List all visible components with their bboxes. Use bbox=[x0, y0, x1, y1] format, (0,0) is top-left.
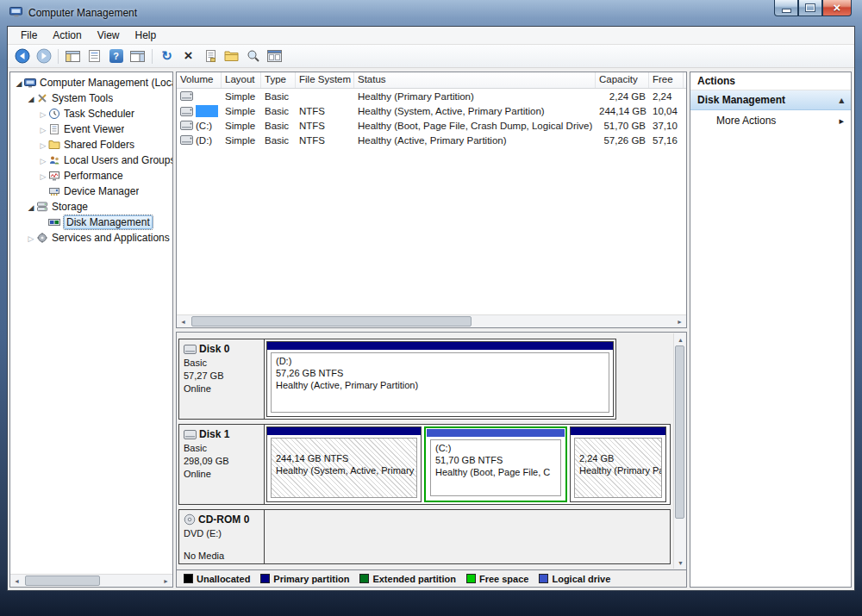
tree-item-event-viewer[interactable]: Event Viewer bbox=[10, 121, 172, 137]
scrollbar-track[interactable] bbox=[23, 575, 159, 587]
tree-item-task-scheduler[interactable]: Task Scheduler bbox=[10, 106, 172, 121]
scroll-up-button[interactable] bbox=[674, 333, 687, 345]
volume-row[interactable]: (D:) Simple Basic NTFS Healthy (Active, … bbox=[177, 133, 686, 147]
menu-action[interactable]: Action bbox=[45, 28, 89, 43]
volume-row[interactable]: (C:) Simple Basic NTFS Healthy (Boot, Pa… bbox=[177, 118, 686, 133]
menu-view[interactable]: View bbox=[90, 28, 128, 43]
disk-status: No Media bbox=[184, 550, 259, 563]
close-button[interactable] bbox=[822, 0, 852, 16]
find-button[interactable] bbox=[243, 47, 263, 65]
volume-type: Basic bbox=[261, 106, 296, 116]
column-header-file-system[interactable]: File System bbox=[296, 72, 354, 88]
menu-help[interactable]: Help bbox=[128, 28, 165, 43]
open-folder-button[interactable] bbox=[222, 47, 241, 65]
properties-button[interactable] bbox=[200, 47, 220, 65]
tree-horizontal-scrollbar[interactable] bbox=[10, 574, 172, 587]
scrollbar-thumb[interactable] bbox=[25, 576, 100, 586]
disk-status: Online bbox=[184, 468, 259, 481]
graph-vertical-scrollbar[interactable] bbox=[673, 333, 685, 569]
volume-type: Basic bbox=[261, 121, 296, 131]
volume-file-system: NTFS bbox=[296, 106, 354, 116]
delete-button[interactable] bbox=[178, 47, 198, 65]
disk-name: Disk 1 bbox=[199, 428, 229, 440]
tree-item-storage[interactable]: Storage bbox=[10, 199, 172, 215]
scrollbar-thumb[interactable] bbox=[675, 345, 684, 519]
cdrom0-info-box[interactable]: CD-ROM 0 DVD (E:) No Media bbox=[179, 510, 265, 563]
partition-size: 57,26 GB NTFS bbox=[276, 367, 604, 379]
legend-unallocated: Unallocated bbox=[184, 574, 250, 584]
column-header-capacity[interactable]: Capacity bbox=[596, 72, 649, 88]
partition-title bbox=[579, 440, 657, 452]
column-header-type[interactable]: Type bbox=[261, 72, 296, 88]
partition-d[interactable]: (D:) 57,26 GB NTFS Healthy (Active, Prim… bbox=[266, 341, 614, 417]
column-header-volume[interactable]: Volume bbox=[177, 72, 222, 88]
tree-item-label: Shared Folders bbox=[64, 139, 134, 151]
tree-item-disk-management[interactable]: Disk Management bbox=[10, 215, 172, 230]
scrollbar-track[interactable] bbox=[190, 315, 673, 327]
volume-horizontal-scrollbar[interactable] bbox=[177, 314, 686, 327]
column-header-status[interactable]: Status bbox=[354, 72, 596, 88]
partition-recovery[interactable]: 2,24 GB Healthy (Primary Pa bbox=[570, 426, 666, 502]
column-header-free[interactable]: Free bbox=[649, 72, 684, 88]
refresh-button[interactable] bbox=[157, 47, 177, 65]
minimize-button[interactable] bbox=[774, 0, 798, 16]
scroll-right-button[interactable] bbox=[159, 575, 172, 587]
column-header-layout[interactable]: Layout bbox=[222, 72, 261, 88]
show-action-pane-button[interactable] bbox=[128, 47, 147, 65]
console-settings-button[interactable] bbox=[265, 47, 284, 65]
expander-icon[interactable] bbox=[38, 123, 48, 135]
back-button[interactable] bbox=[12, 47, 32, 65]
scrollbar-track[interactable] bbox=[674, 345, 685, 557]
system-tools-icon bbox=[36, 92, 48, 104]
tree-item-shared-folders[interactable]: Shared Folders bbox=[10, 137, 172, 152]
scrollbar-thumb[interactable] bbox=[191, 316, 472, 327]
forward-button[interactable] bbox=[34, 47, 53, 65]
tree-item-performance[interactable]: Performance bbox=[10, 168, 172, 184]
scroll-left-button[interactable] bbox=[10, 575, 23, 587]
tree-item-services-and-applications[interactable]: Services and Applications bbox=[10, 230, 172, 246]
partition-status: Healthy (System, Active, Primary bbox=[276, 464, 412, 476]
action-more-actions[interactable]: More Actions bbox=[690, 110, 851, 130]
volume-row-selected[interactable]: Simple Basic NTFS Healthy (System, Activ… bbox=[177, 103, 686, 118]
primary-partition-strip bbox=[267, 427, 421, 435]
disk0-info-box[interactable]: Disk 0 Basic 57,27 GB Online bbox=[179, 339, 265, 419]
maximize-button[interactable] bbox=[798, 0, 822, 16]
scroll-right-button[interactable] bbox=[673, 315, 686, 327]
primary-partition-strip bbox=[267, 342, 613, 350]
expander-icon[interactable] bbox=[38, 154, 48, 166]
performance-icon bbox=[48, 170, 60, 182]
tree-item-system-tools[interactable]: System Tools bbox=[10, 90, 172, 106]
collapse-chevron-icon[interactable] bbox=[839, 94, 844, 106]
show-console-tree-button[interactable] bbox=[63, 47, 83, 65]
console-settings-icon bbox=[267, 50, 282, 62]
volume-status: Healthy (Primary Partition) bbox=[354, 91, 596, 102]
disk-status: Online bbox=[184, 383, 259, 395]
menu-file[interactable]: File bbox=[13, 28, 45, 43]
help-button[interactable] bbox=[106, 47, 126, 65]
tree-item-computer-management[interactable]: Computer Management (Local bbox=[10, 75, 172, 90]
disk-icon bbox=[184, 345, 197, 354]
actions-pane: Actions Disk Management More Actions bbox=[690, 72, 852, 588]
expander-icon[interactable] bbox=[38, 170, 48, 182]
volume-row[interactable]: Simple Basic Healthy (Primary Partition)… bbox=[177, 89, 686, 103]
console-tree: Computer Management (Local System Tools … bbox=[10, 72, 172, 574]
expander-icon[interactable] bbox=[38, 108, 48, 120]
expander-icon[interactable] bbox=[26, 92, 36, 104]
partition-c[interactable]: (C:) 51,70 GB NTFS Healthy (Boot, Page F… bbox=[424, 426, 567, 502]
disk1-info-box[interactable]: Disk 1 Basic 298,09 GB Online bbox=[179, 425, 265, 504]
scroll-left-button[interactable] bbox=[177, 315, 190, 327]
tree-item-local-users-and-groups[interactable]: Local Users and Groups bbox=[10, 152, 172, 168]
expander-icon[interactable] bbox=[26, 232, 36, 244]
expander-icon[interactable] bbox=[14, 77, 24, 89]
partition-system[interactable]: 244,14 GB NTFS Healthy (System, Active, … bbox=[266, 426, 422, 502]
disk1-partition-area: 244,14 GB NTFS Healthy (System, Active, … bbox=[265, 425, 670, 504]
expander-icon[interactable] bbox=[38, 139, 48, 151]
action-disk-management[interactable]: Disk Management bbox=[690, 90, 851, 110]
partition-status: Healthy (Active, Primary Partition) bbox=[276, 379, 604, 391]
tree-item-device-manager[interactable]: Device Manager bbox=[10, 184, 172, 199]
legend-label: Logical drive bbox=[552, 574, 610, 584]
expander-icon[interactable] bbox=[26, 201, 36, 213]
export-list-button[interactable] bbox=[84, 47, 104, 65]
scroll-down-button[interactable] bbox=[674, 557, 687, 569]
volume-capacity: 51,70 GB bbox=[596, 121, 649, 131]
